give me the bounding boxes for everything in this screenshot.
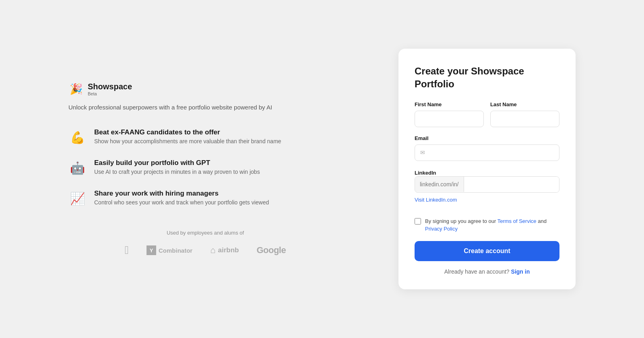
name-row: First Name Last Name — [415, 101, 559, 127]
company-logos:  Y Combinator ⌂ airbnb Google — [68, 244, 342, 257]
feature-desc-3: Control who sees your work and track whe… — [94, 199, 269, 206]
privacy-policy-link[interactable]: Privacy Policy — [425, 226, 458, 232]
page-wrapper: 🎉 Showspace Beta Unlock professional sup… — [0, 0, 644, 338]
terms-prefix: By signing up you agree to our — [425, 218, 496, 224]
last-name-input[interactable] — [490, 111, 559, 127]
linkedin-group: LinkedIn linkedin.com/in/ — [415, 169, 559, 193]
first-name-input[interactable] — [415, 111, 484, 127]
apple-icon:  — [125, 244, 129, 257]
social-proof: Used by employees and alums of  Y Combi… — [68, 230, 342, 257]
left-panel: 🎉 Showspace Beta Unlock professional sup… — [68, 81, 342, 257]
content-area: 🎉 Showspace Beta Unlock professional sup… — [68, 49, 576, 289]
email-icon: ✉ — [420, 149, 425, 156]
social-proof-label: Used by employees and alums of — [68, 230, 342, 236]
feature-text-2: Easily build your portfolio with GPT Use… — [94, 159, 260, 175]
terms-row: By signing up you agree to our Terms of … — [415, 217, 559, 233]
first-name-group: First Name — [415, 101, 484, 127]
last-name-label: Last Name — [490, 101, 559, 107]
linkedin-input-wrapper: linkedin.com/in/ — [415, 176, 559, 193]
feature-desc-2: Use AI to craft your projects in minutes… — [94, 169, 260, 175]
yc-label: Combinator — [159, 247, 192, 254]
signin-prompt: Already have an account? — [444, 268, 510, 275]
linkedin-input[interactable] — [464, 177, 559, 192]
linkedin-label: LinkedIn — [415, 170, 436, 176]
form-card: Create your Showspace Portfolio First Na… — [398, 49, 576, 289]
feature-list: 💪 Beat ex-FAANG candidates to the offer … — [68, 128, 342, 207]
first-name-label: First Name — [415, 101, 484, 107]
robot-icon: 🤖 — [68, 159, 86, 177]
feature-item-1: 💪 Beat ex-FAANG candidates to the offer … — [68, 128, 342, 146]
terms-and: and — [538, 218, 547, 224]
feature-title-3: Share your work with hiring managers — [94, 190, 269, 198]
create-account-button[interactable]: Create account — [415, 241, 559, 261]
logo-icon: 🎉 — [68, 81, 84, 97]
last-name-group: Last Name — [490, 101, 559, 127]
brand-beta: Beta — [88, 91, 132, 96]
feature-title-2: Easily build your portfolio with GPT — [94, 159, 260, 167]
email-group: Email ✉ — [415, 135, 559, 161]
signin-row: Already have an account? Sign in — [415, 268, 559, 275]
tagline: Unlock professional superpowers with a f… — [68, 104, 342, 111]
feature-title-1: Beat ex-FAANG candidates to the offer — [94, 128, 281, 136]
email-input-wrapper: ✉ — [415, 144, 559, 161]
yc-logo: Y Combinator — [147, 245, 192, 255]
right-panel: Create your Showspace Portfolio First Na… — [398, 49, 576, 289]
brand-name: Showspace — [88, 82, 132, 91]
yc-badge: Y — [147, 245, 156, 255]
terms-text: By signing up you agree to our Terms of … — [425, 217, 559, 233]
logo-area: 🎉 Showspace Beta — [68, 81, 342, 97]
email-input[interactable] — [415, 144, 559, 161]
feature-text-1: Beat ex-FAANG candidates to the offer Sh… — [94, 128, 281, 144]
feature-item-2: 🤖 Easily build your portfolio with GPT U… — [68, 159, 342, 177]
email-label: Email — [415, 135, 559, 141]
signin-link[interactable]: Sign in — [511, 268, 530, 275]
feature-text-3: Share your work with hiring managers Con… — [94, 190, 269, 206]
google-label: Google — [256, 245, 286, 255]
form-title: Create your Showspace Portfolio — [415, 65, 559, 90]
airbnb-label: airbnb — [218, 246, 239, 254]
google-logo: Google — [256, 245, 286, 256]
visit-linkedin-link[interactable]: Visit LinkedIn.com — [415, 197, 457, 203]
airbnb-logo: ⌂ airbnb — [210, 245, 239, 256]
apple-logo:  — [125, 244, 129, 257]
terms-checkbox[interactable] — [415, 218, 421, 225]
feature-item-3: 📈 Share your work with hiring managers C… — [68, 190, 342, 207]
terms-of-service-link[interactable]: Terms of Service — [497, 218, 537, 224]
linkedin-prefix: linkedin.com/in/ — [415, 177, 464, 192]
feature-desc-1: Show how your accomplishments are more v… — [94, 138, 281, 144]
muscle-icon: 💪 — [68, 128, 86, 146]
chart-icon: 📈 — [68, 190, 86, 207]
airbnb-icon: ⌂ — [210, 245, 215, 256]
logo-text-block: Showspace Beta — [88, 82, 132, 96]
